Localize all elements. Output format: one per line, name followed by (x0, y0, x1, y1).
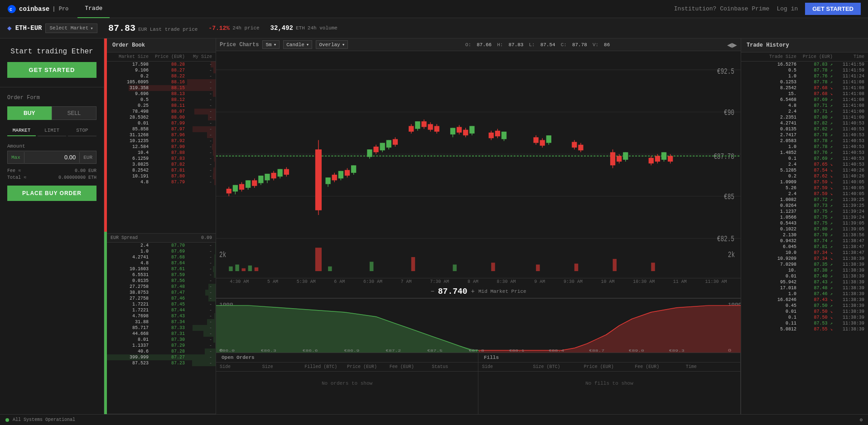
trade-history-row: 0.01 87.40 ↗ 11:38:39 (741, 273, 868, 279)
overlay-select[interactable]: Overlay ▾ (316, 40, 348, 49)
trade-time-value: 11:38:39 (833, 286, 864, 291)
buy-order-row[interactable]: 40.6 87.28 - (107, 349, 216, 354)
trade-history-row: 10. 87.38 ↗ 11:38:39 (741, 267, 868, 273)
buy-order-row[interactable]: 27.2758 87.48 - (107, 284, 216, 290)
trade-history-row: 4.8 87.71 ↗ 11:41:08 (741, 103, 868, 109)
trade-price-value: 87.43 ↗ (796, 280, 833, 285)
buy-order-row[interactable]: 8.01 87.30 - (107, 337, 216, 343)
fills-side-header: Side (482, 364, 533, 369)
svg-rect-94 (623, 152, 628, 160)
sell-order-row[interactable]: 0.01 87.99 - (107, 120, 216, 126)
sell-order-row[interactable]: 78.498 88.07 - (107, 109, 216, 115)
trade-history-row: 0.1022 87.80 ↗ 11:39:05 (741, 226, 868, 232)
trade-tab[interactable]: Trade (77, 0, 110, 18)
sell-order-row[interactable]: 10.1235 87.92 - (107, 138, 216, 144)
sell-order-row[interactable]: 4.8 87.79 - (107, 179, 216, 185)
get-started-nav-button[interactable]: GET STARTED (805, 3, 861, 15)
max-button[interactable]: Max (8, 152, 24, 163)
trade-price-value: 87.69 ↗ (796, 156, 833, 161)
svg-rect-36 (325, 177, 330, 184)
start-trading-section: Price Charts Start trading Ether GET STA… (0, 38, 104, 87)
order-price: 87.23 (149, 361, 185, 366)
order-my-size: - (185, 74, 212, 79)
login-link[interactable]: Log in (776, 5, 798, 12)
gear-icon[interactable]: ⚙ (859, 417, 863, 423)
buy-order-row[interactable]: 87.523 87.23 - (107, 360, 216, 366)
get-started-sidebar-button[interactable]: GET STARTED (7, 62, 96, 78)
mid-price-plus-button[interactable]: + (471, 288, 475, 295)
sell-order-row[interactable]: 105.6095 88.16 - (107, 79, 216, 85)
chart-type-select[interactable]: Candle ▾ (283, 40, 312, 49)
sell-order-row[interactable]: 17.598 88.28 - (107, 62, 216, 67)
sell-order-row[interactable]: 9.696 88.13 - (107, 91, 216, 97)
sell-order-row[interactable]: 28.5362 88.00 - (107, 115, 216, 120)
time-label: 6:30 AM (363, 279, 382, 284)
sell-order-row[interactable]: 85.858 87.97 - (107, 126, 216, 132)
buy-order-row[interactable]: 44.668 87.31 - (107, 331, 216, 337)
buy-order-row[interactable]: 1.1337 87.29 - (107, 343, 216, 349)
buy-order-row[interactable]: 0.0135 87.56 - (107, 278, 216, 284)
sell-order-row[interactable]: 319.358 88.15 - (107, 85, 216, 91)
svg-rect-62 (428, 124, 433, 129)
sell-order-row[interactable]: 9.106 88.27 - (107, 67, 216, 73)
place-buy-order-button[interactable]: PLACE BUY ORDER (7, 186, 96, 201)
sell-order-row[interactable]: 31.1268 87.96 - (107, 132, 216, 138)
sell-order-row[interactable]: 0.5 88.12 - (107, 97, 216, 103)
no-fills-message: No fills to show (478, 372, 740, 395)
sell-order-row[interactable]: 0.25 88.11 - (107, 103, 216, 109)
order-my-size: - (185, 261, 212, 266)
order-size: 0.2 (111, 74, 149, 79)
market-tab[interactable]: MARKET (7, 125, 36, 136)
buy-order-row[interactable]: 4.8 87.64 - (107, 260, 216, 266)
sell-order-row[interactable]: 6.1259 87.83 - (107, 156, 216, 162)
buy-order-row[interactable]: 31.88 87.34 - (107, 319, 216, 325)
select-market-dropdown[interactable]: Select Market ▾ (45, 24, 97, 33)
total-value: 0.00000000 ETH (58, 175, 96, 180)
limit-tab[interactable]: LIMIT (38, 125, 66, 136)
trade-history-row: 5.26 87.59 ↘ 11:40:05 (741, 185, 868, 191)
sell-order-row[interactable]: 12.584 87.90 - (107, 144, 216, 150)
svg-rect-86 (572, 142, 577, 148)
mid-price-minus-button[interactable]: − (430, 288, 434, 295)
buy-order-row[interactable]: 1.7221 87.44 - (107, 307, 216, 313)
buy-order-row[interactable]: 399.999 87.27 - (107, 354, 216, 360)
sell-tab[interactable]: SELL (52, 106, 97, 120)
sell-order-row[interactable]: 10.4 87.88 - (107, 150, 216, 156)
buy-order-row[interactable]: 4.2741 87.68 - (107, 254, 216, 260)
sell-order-row[interactable]: 3.0825 87.82 - (107, 162, 216, 167)
svg-text:€86.9: €86.9 (344, 349, 359, 353)
amount-input[interactable] (24, 151, 79, 163)
eth-icon: ◆ (7, 24, 12, 33)
total-label: Total ≈ (7, 175, 26, 180)
svg-text:€87.78: €87.78 (714, 152, 734, 162)
buy-order-row[interactable]: 2.4 87.70 - (107, 243, 216, 248)
order-my-size: - (185, 162, 212, 167)
amount-currency: EUR (79, 152, 96, 163)
buy-tab[interactable]: BUY (7, 106, 52, 120)
sell-order-row[interactable]: 8.2542 87.81 - (107, 167, 216, 173)
order-price: 88.27 (149, 68, 185, 73)
buy-order-row[interactable]: 38.8753 87.47 - (107, 290, 216, 296)
mid-price-value: 87.740 (438, 287, 468, 296)
chart-left-button[interactable]: ◀ (727, 41, 732, 48)
buy-order-row[interactable]: 27.2758 87.46 - (107, 296, 216, 301)
svg-text:2k: 2k (219, 250, 226, 260)
sell-order-row[interactable]: 10.191 87.80 - (107, 173, 216, 179)
buy-order-row[interactable]: 4.7698 87.43 - (107, 313, 216, 319)
buy-order-row[interactable]: 10.1603 87.61 - (107, 266, 216, 272)
trade-size-value: 7.0298 (745, 262, 796, 267)
sell-order-row[interactable]: 0.2 88.22 - (107, 73, 216, 79)
buy-order-row[interactable]: 85.717 87.33 - (107, 325, 216, 331)
buy-order-row[interactable]: 1.7221 87.45 - (107, 301, 216, 307)
svg-rect-42 (345, 170, 350, 176)
stop-tab[interactable]: STOP (68, 125, 96, 136)
amount-label: Amount (7, 143, 96, 149)
chart-right-button[interactable]: ▶ (732, 41, 737, 48)
buy-order-row[interactable]: 1.0 87.69 - (107, 248, 216, 254)
institution-link[interactable]: Institution? Coinbase Prime (674, 5, 770, 12)
buy-order-row[interactable]: 6.5531 87.59 - (107, 272, 216, 278)
svg-text:€86.6: €86.6 (303, 349, 318, 353)
timeframe-select[interactable]: 5m ▾ (262, 40, 280, 49)
trade-price-value: 87.59 ↘ (796, 191, 833, 196)
order-size: 40.6 (111, 349, 149, 354)
